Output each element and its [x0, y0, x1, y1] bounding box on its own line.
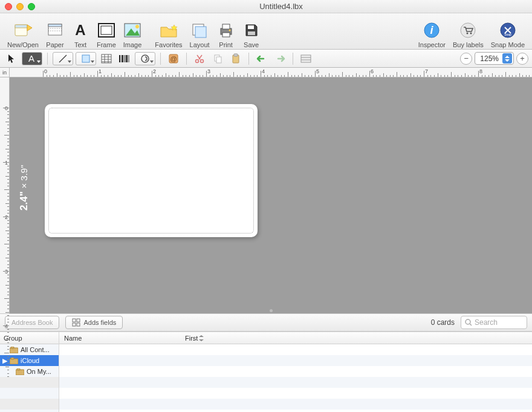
paste-button[interactable] [228, 52, 244, 65]
new-open-label: New/Open [7, 41, 39, 48]
copy-button[interactable] [210, 52, 225, 65]
text-button[interactable]: A Text [68, 15, 93, 48]
svg-point-25 [467, 32, 469, 34]
snap-mode-button[interactable]: Snap Snap Mode [487, 15, 528, 48]
horizontal-ruler: 0123456789 [10, 68, 532, 77]
zoom-out-button[interactable]: − [460, 53, 472, 65]
print-label: Print [219, 41, 233, 48]
group-row-empty [0, 399, 59, 410]
contact-row-empty [59, 355, 532, 366]
buy-labels-label: Buy labels [453, 41, 484, 48]
svg-rect-57 [73, 319, 76, 322]
inspector-button[interactable]: i Inspector [415, 15, 449, 48]
svg-rect-63 [10, 348, 18, 353]
folder-icon [16, 368, 24, 375]
search-input[interactable] [475, 318, 517, 327]
window-title: Untitled4.lbx [35, 2, 527, 11]
contact-row-empty [59, 399, 532, 410]
buy-labels-button[interactable]: Buy labels [449, 15, 487, 48]
contact-row-empty [59, 388, 532, 399]
adds-fields-label: Adds fields [83, 319, 116, 326]
group-label: On My... [27, 368, 51, 375]
save-icon [242, 21, 261, 39]
svg-text:Snap: Snap [504, 33, 511, 36]
group-row-empty [0, 377, 59, 388]
search-box[interactable] [461, 316, 527, 329]
svg-rect-9 [101, 26, 112, 34]
group-label: iCloud [21, 357, 39, 364]
layout-button[interactable]: Layout [186, 15, 213, 48]
frame-button[interactable]: Frame [93, 15, 120, 48]
inspector-label: Inspector [418, 41, 446, 48]
at-tool[interactable]: @ [166, 52, 181, 65]
ruler-unit: in [0, 68, 10, 77]
image-label: Image [123, 41, 142, 48]
inspector-icon: i [423, 21, 441, 39]
svg-point-24 [461, 23, 475, 38]
favorites-label: Favorites [155, 41, 182, 48]
bottom-panel-bar: Address Book Adds fields 0 cards [0, 313, 532, 332]
fields-icon [72, 318, 80, 327]
group-row[interactable]: On My... [0, 366, 59, 377]
redo-button[interactable] [272, 52, 288, 65]
save-button[interactable]: Save [239, 15, 264, 48]
new-open-icon [14, 21, 32, 39]
image-button[interactable]: Image [120, 15, 146, 48]
contact-row-empty [59, 410, 532, 412]
favorites-button[interactable]: Favorites [151, 15, 186, 48]
close-window-button[interactable] [5, 3, 12, 10]
pointer-tool[interactable] [4, 52, 19, 65]
minimize-window-button[interactable] [16, 3, 24, 10]
panel-toggle-button[interactable] [298, 52, 314, 65]
svg-rect-67 [16, 370, 24, 375]
undo-button[interactable] [254, 52, 270, 65]
line-tool[interactable] [53, 52, 73, 65]
table-tool[interactable] [99, 52, 114, 65]
folder-icon [10, 358, 18, 364]
symbol-tool[interactable] [135, 52, 155, 65]
zoom-select[interactable]: 125% [475, 52, 514, 65]
group-row[interactable]: ▶iCloud [0, 355, 59, 366]
zoom-window-button[interactable] [28, 3, 35, 10]
canvas[interactable]: 2.4" × 3.9" [10, 77, 532, 313]
cut-button[interactable] [192, 52, 207, 65]
text-label: Text [74, 41, 86, 48]
svg-rect-58 [77, 319, 80, 322]
svg-rect-54 [301, 55, 311, 62]
snap-mode-icon: Snap [499, 21, 517, 39]
address-book-button[interactable]: Address Book [5, 316, 59, 329]
paper-button[interactable]: Paper [42, 15, 68, 48]
panel-resize-handle[interactable] [259, 309, 283, 312]
text-icon: A [71, 21, 89, 39]
vertical-ruler: 01234 [0, 77, 10, 313]
barcode-tool[interactable] [117, 52, 132, 65]
svg-rect-4 [48, 24, 62, 27]
main-toolbar: New/Open Paper A Text Frame Image Favori… [0, 13, 532, 50]
contact-row-empty [59, 366, 532, 377]
shape-tool[interactable] [76, 52, 96, 65]
svg-rect-21 [248, 31, 255, 35]
cards-count: 0 cards [431, 318, 455, 327]
edit-toolbar: A @ − 125% [0, 50, 532, 68]
contact-row-empty [59, 344, 532, 355]
svg-text:A: A [75, 22, 85, 38]
print-icon [217, 21, 235, 39]
label-dimensions: 2.4" × 3.9" [18, 165, 30, 211]
print-button[interactable]: Print [213, 15, 239, 48]
label-preview[interactable] [45, 104, 258, 237]
contact-row-empty [59, 377, 532, 388]
titlebar: Untitled4.lbx [0, 0, 532, 13]
zoom-in-button[interactable]: + [516, 53, 528, 65]
paper-label: Paper [46, 41, 63, 48]
name-header[interactable]: Name [59, 335, 184, 342]
adds-fields-button[interactable]: Adds fields [65, 316, 123, 329]
group-column: Group All Cont...▶iCloudOn My... [0, 332, 59, 412]
svg-rect-66 [11, 358, 14, 359]
first-header[interactable]: First [184, 335, 204, 342]
window-controls [5, 3, 35, 10]
svg-rect-64 [11, 347, 14, 348]
text-tool[interactable]: A [22, 52, 42, 65]
svg-rect-18 [222, 33, 230, 37]
work-area: in 0123456789 01234 2.4" × 3.9" [0, 68, 532, 313]
new-open-button[interactable]: New/Open [4, 15, 42, 48]
